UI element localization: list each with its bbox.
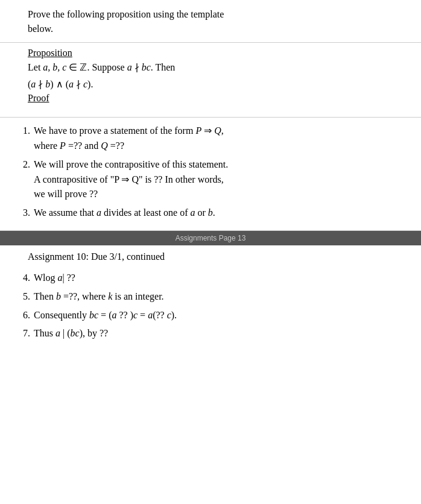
step-5: 5. Then b =??, where k is an integer. bbox=[18, 289, 393, 304]
intro-line1: Prove the following proposition using th… bbox=[28, 9, 224, 19]
step1-q: Q bbox=[214, 125, 221, 136]
prop-ndivide-c: ∤ bbox=[74, 79, 83, 89]
step-4-content: Wlog a| ?? bbox=[34, 271, 393, 286]
steps-list-top: 1. We have to prove a statement of the f… bbox=[18, 124, 393, 221]
assignment-header-text: Assignment 10: Due 3/1, continued bbox=[28, 251, 165, 262]
step1-p2: P bbox=[60, 140, 66, 151]
proof-label: Proof bbox=[28, 93, 393, 104]
intro-section: Prove the following proposition using th… bbox=[0, 0, 421, 43]
proposition-section: Proposition Let a, b, c ∈ ℤ. Suppose a ∤… bbox=[0, 43, 421, 118]
step-3: 3. We assume that a divides at least one… bbox=[18, 206, 393, 221]
step-1: 1. We have to prove a statement of the f… bbox=[18, 124, 393, 154]
step-6: 6. Consequently bc = (a ?? )c = a(?? c). bbox=[18, 308, 393, 323]
step5-k: k bbox=[108, 291, 112, 301]
step-7-number: 7. bbox=[18, 326, 34, 341]
step1-q2: Q bbox=[101, 140, 108, 151]
assignment-header: Assignment 10: Due 3/1, continued bbox=[0, 245, 421, 267]
proposition-body-line1: Let a, b, c ∈ ℤ. Suppose a ∤ bc. Then bbox=[28, 60, 393, 75]
step6-a: a bbox=[112, 310, 116, 320]
prop-vars: a, b, c bbox=[43, 62, 66, 72]
prop-text-let: Let bbox=[28, 62, 43, 72]
step7-bc: bc bbox=[71, 328, 80, 338]
step3-b: b bbox=[208, 207, 213, 218]
prop-ndivide-b: ∤ bbox=[36, 79, 45, 89]
step-1-number: 1. bbox=[18, 124, 34, 154]
page-footer: Assignments Page 13 bbox=[0, 231, 421, 245]
step7-a: a bbox=[55, 328, 60, 338]
prop-a: a bbox=[127, 62, 132, 72]
proposition-label: Proposition bbox=[28, 48, 393, 58]
step-2: 2. We will prove the contrapositive of t… bbox=[18, 157, 393, 202]
prop-then: . Then bbox=[151, 62, 176, 72]
step-2-content: We will prove the contrapositive of this… bbox=[34, 157, 393, 202]
step4-a: a bbox=[58, 272, 63, 283]
step6-a2: a bbox=[148, 310, 153, 320]
step-4-number: 4. bbox=[18, 271, 34, 286]
step-7: 7. Thus a | (bc), by ?? bbox=[18, 326, 393, 341]
step-4: 4. Wlog a| ?? bbox=[18, 271, 393, 286]
intro-text: Prove the following proposition using th… bbox=[28, 7, 393, 36]
step-5-content: Then b =??, where k is an integer. bbox=[34, 289, 393, 304]
steps-top-section: 1. We have to prove a statement of the f… bbox=[0, 118, 421, 231]
step-3-number: 3. bbox=[18, 206, 34, 221]
steps-bottom-section: 4. Wlog a| ?? 5. Then b =??, where k is … bbox=[0, 267, 421, 351]
step-3-content: We assume that a divides at least one of… bbox=[34, 206, 393, 221]
prop-bc: bc bbox=[142, 62, 151, 72]
step-6-number: 6. bbox=[18, 308, 34, 323]
step-5-number: 5. bbox=[18, 289, 34, 304]
step3-a: a bbox=[97, 207, 101, 218]
prop-text-in: ∈ ℤ. Suppose bbox=[66, 62, 127, 72]
step5-b: b bbox=[56, 291, 61, 301]
step-6-content: Consequently bc = (a ?? )c = a(?? c). bbox=[34, 308, 393, 323]
prop-close2: ). bbox=[87, 79, 93, 89]
intro-line2: below. bbox=[28, 24, 53, 34]
prop-ndivide: ∤ bbox=[132, 62, 142, 72]
prop-close-paren: ) ∧ ( bbox=[50, 79, 69, 89]
step-2-number: 2. bbox=[18, 157, 34, 202]
step-1-content: We have to prove a statement of the form… bbox=[34, 124, 393, 154]
footer-text: Assignments Page 13 bbox=[176, 234, 246, 242]
step6-bc: bc bbox=[89, 310, 98, 320]
prop-a3: a bbox=[69, 79, 74, 89]
step3-a2: a bbox=[191, 207, 195, 218]
steps-list-bottom: 4. Wlog a| ?? 5. Then b =??, where k is … bbox=[18, 271, 393, 341]
step6-c: c bbox=[133, 310, 138, 320]
step-7-content: Thus a | (bc), by ?? bbox=[34, 326, 393, 341]
step6-c2: c bbox=[167, 310, 171, 320]
proposition-body-line2: (a ∤ b) ∧ (a ∤ c). bbox=[28, 77, 393, 92]
step1-p: P bbox=[195, 125, 201, 136]
